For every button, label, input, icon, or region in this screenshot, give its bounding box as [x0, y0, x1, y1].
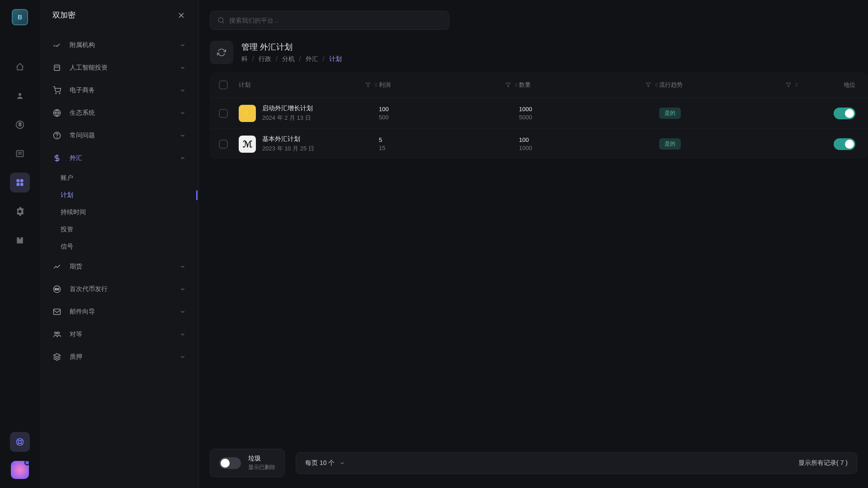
- nav-ico[interactable]: ICO 首次代币发行: [48, 278, 190, 300]
- rail-grid-icon[interactable]: [10, 173, 30, 192]
- svg-point-31: [55, 332, 57, 334]
- refresh-button[interactable]: [210, 41, 233, 64]
- rail-user-icon[interactable]: [10, 86, 30, 106]
- trash-toggle[interactable]: [219, 457, 241, 469]
- plan-date: 2023 年 10 月 25 日: [262, 145, 314, 153]
- sort-icon[interactable]: [654, 82, 659, 88]
- svg-point-19: [56, 67, 57, 68]
- nav-faq[interactable]: 常问问题: [48, 124, 190, 147]
- svg-line-12: [17, 439, 19, 441]
- subnav-accounts[interactable]: 账户: [56, 169, 190, 187]
- subnav-signal[interactable]: 信号: [56, 238, 190, 255]
- sort-icon[interactable]: [373, 82, 379, 88]
- filter-icon[interactable]: [786, 82, 791, 88]
- subnav-plans[interactable]: 计划: [56, 187, 190, 204]
- breadcrumb-item[interactable]: 分机: [282, 55, 295, 63]
- breadcrumb-item[interactable]: 行政: [259, 55, 271, 63]
- trash-title: 垃圾: [248, 455, 275, 463]
- rail-currency-icon[interactable]: S: [10, 115, 30, 135]
- breadcrumb-item[interactable]: 科: [241, 55, 248, 63]
- avatar[interactable]: [11, 461, 29, 479]
- per-page-select[interactable]: 每页 10 个: [305, 459, 345, 467]
- th-status: 地位: [844, 81, 855, 89]
- svg-marker-36: [366, 83, 370, 87]
- records-count: 显示所有记录( 7 ): [798, 459, 848, 467]
- table-row: ℳ 基本外汇计划 2023 年 10 月 25 日 515 1001000 是的: [210, 129, 868, 159]
- forex-subnav: 账户 计划 持续时间 投资 信号: [48, 169, 190, 255]
- nav-label: 外汇: [70, 154, 171, 162]
- sort-icon[interactable]: [794, 82, 799, 88]
- nav-p2p[interactable]: 对等: [48, 323, 190, 346]
- status-toggle[interactable]: [834, 108, 855, 119]
- row-checkbox[interactable]: [219, 109, 228, 118]
- cart-icon: [52, 86, 61, 94]
- svg-rect-9: [20, 183, 24, 186]
- nav-ecommerce[interactable]: 电子商务: [48, 79, 190, 102]
- nav-label: 人工智能投资: [70, 64, 171, 72]
- search-box[interactable]: [210, 11, 449, 30]
- svg-point-32: [57, 332, 60, 334]
- nav-ai-invest[interactable]: 人工智能投资: [48, 56, 190, 79]
- nav-forex[interactable]: 外汇: [48, 147, 190, 169]
- icon-rail: B S: [0, 0, 40, 488]
- nav-futures[interactable]: 期货: [48, 255, 190, 278]
- profit-min: 5: [379, 136, 385, 143]
- chevron-down-icon: [179, 87, 186, 94]
- people-icon: [52, 330, 61, 338]
- nav-label: 电子商务: [70, 86, 171, 94]
- trend-badge: 是的: [659, 108, 681, 119]
- nav-label: 对等: [70, 330, 171, 338]
- chevron-down-icon: [179, 354, 186, 360]
- svg-point-20: [58, 67, 59, 68]
- main-content: 管理 外汇计划 科/ 行政/ 分机/ 外汇/ 计划 计划 利润 数量 流行趋势: [199, 0, 868, 488]
- rail-support-icon[interactable]: [10, 432, 30, 452]
- select-all-checkbox[interactable]: [219, 80, 228, 89]
- table-row: ⚡ 启动外汇增长计划 2024 年 2 月 13 日 100500 100050…: [210, 98, 868, 129]
- nav-mail[interactable]: 邮件向导: [48, 300, 190, 323]
- chevron-down-icon: [179, 286, 186, 292]
- th-plan: 计划: [239, 81, 250, 89]
- page-title: 管理 外汇计划: [241, 42, 342, 52]
- nav-label: 常问问题: [70, 131, 171, 140]
- search-input[interactable]: [229, 17, 442, 24]
- chevron-down-icon: [339, 460, 345, 466]
- qty-max: 5000: [519, 114, 532, 121]
- nav-ecosystem[interactable]: 生态系统: [48, 102, 190, 124]
- rail-puzzle-icon[interactable]: [10, 230, 30, 250]
- nav-staking[interactable]: 质押: [48, 346, 190, 368]
- svg-marker-37: [506, 83, 510, 87]
- svg-marker-39: [786, 83, 791, 87]
- nav-label: 期货: [70, 263, 171, 271]
- nav-affiliate[interactable]: 附属机构: [48, 34, 190, 56]
- filter-icon[interactable]: [646, 82, 651, 88]
- nav-label: 邮件向导: [70, 308, 171, 316]
- th-qty: 数量: [519, 81, 531, 89]
- subnav-invest[interactable]: 投资: [56, 221, 190, 238]
- status-toggle[interactable]: [834, 138, 855, 150]
- chevron-up-icon: [179, 155, 186, 161]
- mail-icon: [52, 308, 61, 316]
- close-sidebar-button[interactable]: [177, 11, 186, 20]
- qty-max: 1000: [519, 145, 532, 151]
- ico-icon: ICO: [52, 285, 61, 293]
- sidebar: 双加密 附属机构 人工智能投资 电子商务 生态系统 常问问题: [40, 0, 199, 488]
- subnav-duration[interactable]: 持续时间: [56, 204, 190, 221]
- svg-rect-18: [54, 65, 60, 70]
- breadcrumb-current: 计划: [329, 55, 342, 63]
- svg-point-0: [19, 93, 21, 96]
- svg-point-26: [57, 137, 57, 137]
- svg-text:S: S: [19, 122, 22, 127]
- rail-home-icon[interactable]: [10, 57, 30, 77]
- sort-icon[interactable]: [514, 82, 519, 88]
- row-checkbox[interactable]: [219, 140, 228, 149]
- trend-badge: 是的: [659, 138, 681, 150]
- app-logo[interactable]: B: [12, 9, 28, 25]
- breadcrumb: 科/ 行政/ 分机/ 外汇/ 计划: [241, 55, 342, 63]
- svg-point-11: [19, 441, 22, 444]
- sidebar-title: 双加密: [52, 10, 75, 20]
- breadcrumb-item[interactable]: 外汇: [306, 55, 318, 63]
- rail-settings-icon[interactable]: [10, 202, 30, 221]
- rail-news-icon[interactable]: [10, 144, 30, 164]
- filter-icon[interactable]: [505, 82, 511, 88]
- filter-icon[interactable]: [365, 82, 371, 88]
